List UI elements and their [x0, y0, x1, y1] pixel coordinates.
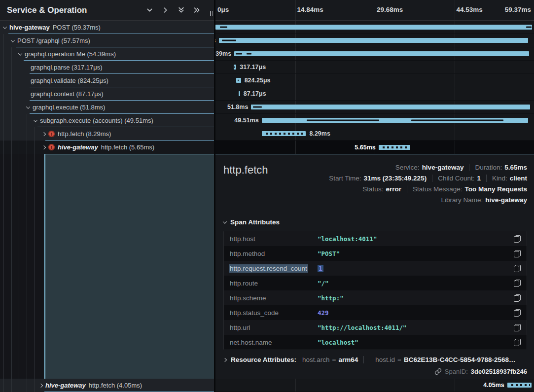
attribute-value[interactable]: "POST" — [318, 250, 510, 257]
attribute-value[interactable]: "http://localhost:4011/" — [318, 324, 510, 331]
tree-row: graphql.operation Me (54.39ms)54.39ms — [0, 47, 534, 61]
span-row-label[interactable]: hive-gatewayhttp.fetch (4.05ms) — [0, 379, 214, 392]
meta-label: Status Message: — [413, 185, 463, 193]
span-row-label[interactable]: http.fetch (8.29ms) — [0, 127, 214, 141]
copy-icon[interactable] — [514, 339, 521, 346]
chevron-right-icon[interactable] — [42, 132, 46, 136]
attribute-key[interactable]: http.method — [230, 250, 318, 257]
indent-guide — [3, 154, 4, 379]
timeline-gridline — [455, 379, 455, 392]
detail-header: http.fetch Service:hive-gatewayDuration:… — [223, 162, 527, 205]
resource-attributes-row[interactable]: Resource Attributes: host.arch=arm64host… — [223, 356, 527, 363]
copy-icon[interactable] — [514, 309, 521, 317]
span-row-label[interactable]: graphql.operation Me (54.39ms) — [0, 47, 214, 61]
meta-line: Service:hive-gatewayDuration:5.65ms — [329, 162, 527, 173]
timeline-bar[interactable] — [379, 145, 410, 150]
span-row-label[interactable]: graphql.validate (824.25μs) — [0, 74, 214, 87]
span-row-label[interactable]: hive-gatewayhttp.fetch (5.65ms) — [0, 141, 214, 154]
timeline-bar[interactable] — [234, 51, 529, 56]
span-row-label[interactable]: POST /graphql (57.57ms) — [0, 34, 214, 47]
timeline-cell: 824.25μs — [215, 74, 534, 87]
attribute-key[interactable]: http.status_code — [230, 309, 318, 317]
chevron-right-icon[interactable] — [42, 145, 46, 149]
timeline-gridline — [295, 74, 296, 87]
attribute-value[interactable]: "localhost:4011" — [318, 235, 510, 243]
attribute-key[interactable]: http.request.resend_count — [230, 265, 318, 272]
attribute-key[interactable]: http.scheme — [230, 294, 318, 302]
attribute-value[interactable]: 429 — [318, 309, 510, 317]
row-content: POST /graphql (57.57ms) — [0, 34, 214, 47]
copy-icon[interactable] — [514, 265, 521, 272]
attribute-key[interactable]: http.url — [230, 324, 318, 331]
link-icon[interactable] — [434, 368, 442, 375]
timeline-bar[interactable] — [262, 131, 306, 136]
timeline-cell: 49.51ms — [215, 114, 534, 127]
chevron-down-icon[interactable] — [26, 105, 30, 108]
operation-label: http.fetch (8.29ms) — [58, 130, 111, 138]
tree-row: hive-gatewayhttp.fetch (5.65ms)5.65ms — [0, 141, 534, 154]
span-title: http.fetch — [223, 162, 268, 177]
tree-row: graphql.execute (51.8ms)51.8ms — [0, 101, 534, 114]
attribute-key[interactable]: http.host — [230, 235, 318, 243]
timeline-bar[interactable] — [251, 105, 530, 109]
attribute-row: http.scheme"http:" — [224, 290, 527, 305]
span-row-label[interactable]: graphql.context (87.17μs) — [0, 87, 214, 101]
span-tree: hive-gatewayPOST (59.37ms)POST /graphql … — [0, 21, 534, 154]
timeline-gridline — [295, 0, 296, 20]
meta-line: Start Time:31ms (23:35:49.225)Child Coun… — [329, 173, 527, 183]
duration-label: 8.29ms — [306, 127, 330, 140]
row-content: subgraph.execute (accounts) (49.51ms) — [0, 114, 214, 127]
operation-label: POST (59.37ms) — [53, 24, 101, 31]
chevron-down-icon[interactable] — [34, 118, 37, 122]
operation-label: http.fetch (5.65ms) — [101, 143, 154, 151]
chevron-right-icon[interactable] — [161, 6, 170, 15]
timeline-bar[interactable] — [215, 25, 532, 30]
tree-row: graphql.context (87.17μs)87.17μs — [0, 87, 534, 101]
span-row-label[interactable]: graphql.execute (51.8ms) — [0, 101, 214, 114]
span-attributes-header[interactable]: Span Attributes — [223, 218, 527, 226]
panel-resize-handle-icon[interactable] — [210, 11, 213, 16]
chevron-down-icon — [223, 219, 227, 223]
timeline-cell: 87.17μs — [215, 87, 534, 101]
chevron-right-icon[interactable] — [39, 383, 43, 387]
span-row-label[interactable]: graphql.parse (317.17μs) — [0, 61, 214, 74]
chevrons-down-icon[interactable] — [177, 6, 185, 15]
child-span-marker — [307, 120, 379, 121]
copy-icon[interactable] — [514, 235, 521, 243]
chevron-down-icon[interactable] — [145, 6, 154, 15]
timeline-gridline — [295, 141, 296, 154]
meta-value: hive-gateway — [422, 164, 464, 171]
chevrons-right-icon[interactable] — [192, 6, 201, 15]
copy-icon[interactable] — [514, 294, 521, 302]
attribute-key[interactable]: http.route — [230, 280, 318, 287]
tree-row: POST /graphql (57.57ms)57.57ms — [0, 34, 534, 47]
meta-label: Service: — [395, 164, 420, 171]
span-row-label[interactable]: hive-gatewayPOST (59.37ms) — [0, 21, 214, 34]
timeline-gridline — [375, 87, 375, 100]
tree-row: graphql.validate (824.25μs)824.25μs — [0, 74, 534, 87]
meta-value: hive-gateway — [485, 196, 527, 204]
chevron-down-icon[interactable] — [3, 25, 7, 29]
attribute-value[interactable]: "localhost" — [318, 339, 510, 346]
span-id-row: SpanID: 3de02518937fb246 — [223, 368, 527, 375]
trace-viewer: Service & Operation 0μs14.84ms29.68ms44.… — [0, 0, 534, 392]
tree-row: graphql.parse (317.17μs)317.17μs — [0, 61, 534, 74]
attribute-value[interactable]: 1 — [318, 265, 510, 272]
attribute-value[interactable]: "http:" — [318, 294, 510, 302]
copy-icon[interactable] — [514, 280, 521, 287]
chevron-down-icon[interactable] — [11, 38, 15, 42]
timeline-bar[interactable] — [507, 383, 532, 388]
copy-icon[interactable] — [514, 324, 521, 331]
copy-icon[interactable] — [514, 250, 521, 257]
span-row-label[interactable]: subgraph.execute (accounts) (49.51ms) — [0, 114, 214, 127]
chevron-down-icon[interactable] — [18, 51, 22, 55]
timeline-gridline — [375, 0, 375, 20]
attribute-value[interactable]: "/" — [318, 280, 510, 287]
timeline-bar[interactable] — [219, 38, 528, 43]
duration-label: 4.05ms — [483, 379, 507, 392]
meta-line: Library Name:hive-gateway — [329, 194, 527, 205]
timeline-cell: 54.39ms — [215, 47, 534, 61]
timeline-gridline — [295, 379, 296, 392]
resource-separator — [363, 356, 364, 363]
attribute-key[interactable]: net.host.name — [230, 339, 318, 346]
